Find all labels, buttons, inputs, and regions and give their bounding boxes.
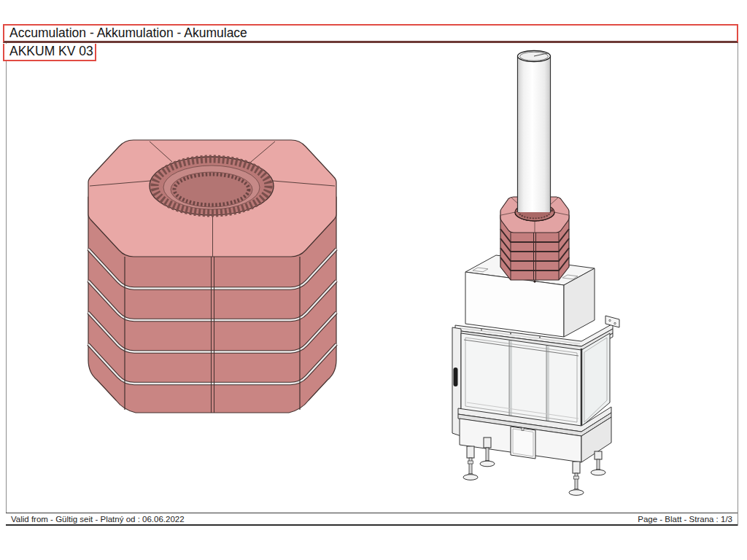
ribbed-core-hole: [150, 157, 274, 215]
valid-from-label: Valid from - Gültig seit - Platný od : 0…: [11, 515, 185, 524]
technical-drawing-canvas: [0, 0, 747, 560]
ash-panel: [511, 427, 535, 459]
footer-bar: Valid from - Gültig seit - Platný od : 0…: [6, 513, 738, 526]
frame-bracket: [605, 316, 619, 327]
door-handle: [454, 368, 458, 386]
document-page: Accumulation - Akkumulation - Akumulace …: [0, 0, 747, 560]
fireplace-insert: [452, 316, 619, 495]
page-number-label: Page - Blatt - Strana : 1/3: [638, 515, 732, 524]
accumulation-block-figure: [88, 140, 336, 413]
chimney-pipe: [515, 51, 554, 222]
fireplace-assembly-figure: [452, 51, 619, 496]
